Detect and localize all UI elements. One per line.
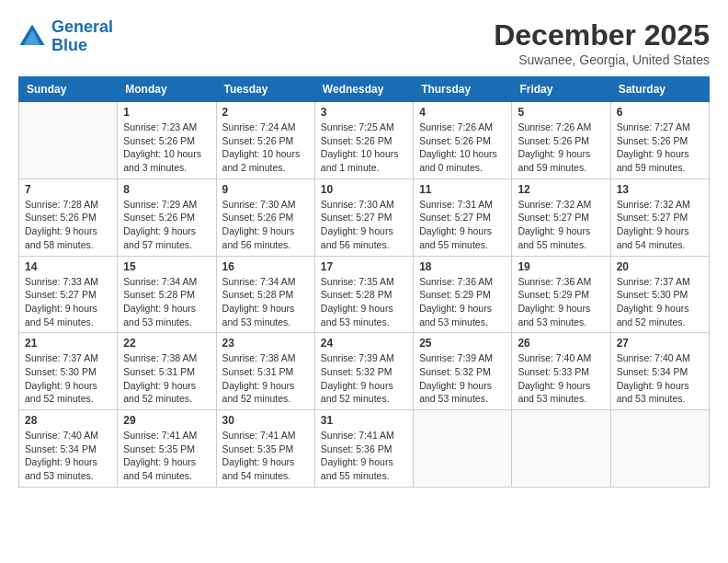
logo-text: General Blue <box>51 18 113 55</box>
calendar-cell: 23 Sunrise: 7:38 AM Sunset: 5:31 PM Dayl… <box>216 333 314 410</box>
calendar-cell: 1 Sunrise: 7:23 AM Sunset: 5:26 PM Dayli… <box>118 102 216 179</box>
day-info: Sunrise: 7:40 AM Sunset: 5:33 PM Dayligh… <box>518 351 604 406</box>
weekday-header-tuesday: Tuesday <box>216 77 314 102</box>
week-row-0: 1 Sunrise: 7:23 AM Sunset: 5:26 PM Dayli… <box>19 102 710 179</box>
day-info: Sunrise: 7:35 AM Sunset: 5:28 PM Dayligh… <box>321 275 407 329</box>
week-row-2: 14 Sunrise: 7:33 AM Sunset: 5:27 PM Dayl… <box>19 256 710 333</box>
day-info: Sunrise: 7:39 AM Sunset: 5:32 PM Dayligh… <box>419 351 506 406</box>
day-number: 18 <box>419 260 506 273</box>
sunset-time: Sunset: 5:28 PM <box>123 289 195 300</box>
day-number: 10 <box>321 183 407 196</box>
day-number: 17 <box>321 260 407 273</box>
sunset-time: Sunset: 5:31 PM <box>123 366 195 377</box>
sunrise-time: Sunrise: 7:23 AM <box>123 121 197 132</box>
sunset-time: Sunset: 5:29 PM <box>518 289 589 300</box>
sunset-time: Sunset: 5:27 PM <box>321 212 392 223</box>
sunset-time: Sunset: 5:26 PM <box>617 135 688 146</box>
daylight-hours: Daylight: 9 hours and 53 minutes. <box>518 380 590 405</box>
day-info: Sunrise: 7:41 AM Sunset: 5:35 PM Dayligh… <box>222 429 309 483</box>
calendar-cell: 3 Sunrise: 7:25 AM Sunset: 5:26 PM Dayli… <box>314 102 413 179</box>
calendar-cell: 19 Sunrise: 7:36 AM Sunset: 5:29 PM Dayl… <box>512 256 610 333</box>
sunrise-time: Sunrise: 7:26 AM <box>518 121 591 132</box>
sunset-time: Sunset: 5:27 PM <box>617 212 688 223</box>
sunrise-time: Sunrise: 7:32 AM <box>617 199 690 210</box>
sunset-time: Sunset: 5:26 PM <box>222 135 294 146</box>
calendar-cell <box>610 410 709 488</box>
day-number: 14 <box>25 260 111 273</box>
day-number: 9 <box>222 183 309 196</box>
day-number: 5 <box>518 106 604 119</box>
calendar-cell: 6 Sunrise: 7:27 AM Sunset: 5:26 PM Dayli… <box>610 102 709 179</box>
sunrise-time: Sunrise: 7:36 AM <box>518 276 591 287</box>
calendar-cell: 16 Sunrise: 7:34 AM Sunset: 5:28 PM Dayl… <box>216 256 314 333</box>
sunrise-time: Sunrise: 7:41 AM <box>222 430 296 441</box>
sunrise-time: Sunrise: 7:29 AM <box>123 199 197 210</box>
day-number: 3 <box>321 106 407 119</box>
weekday-header-saturday: Saturday <box>610 77 709 102</box>
calendar-cell: 11 Sunrise: 7:31 AM Sunset: 5:27 PM Dayl… <box>414 178 512 256</box>
calendar-table: SundayMondayTuesdayWednesdayThursdayFrid… <box>18 76 710 488</box>
sunrise-time: Sunrise: 7:36 AM <box>419 276 493 287</box>
calendar-cell <box>512 410 610 488</box>
sunrise-time: Sunrise: 7:25 AM <box>321 121 394 132</box>
calendar-cell: 31 Sunrise: 7:41 AM Sunset: 5:36 PM Dayl… <box>314 410 413 488</box>
logo: General Blue <box>18 18 113 55</box>
sunset-time: Sunset: 5:26 PM <box>222 212 294 223</box>
daylight-hours: Daylight: 9 hours and 53 minutes. <box>25 456 97 481</box>
calendar-cell: 26 Sunrise: 7:40 AM Sunset: 5:33 PM Dayl… <box>512 333 610 410</box>
day-info: Sunrise: 7:34 AM Sunset: 5:28 PM Dayligh… <box>222 275 309 329</box>
sunrise-time: Sunrise: 7:39 AM <box>419 352 493 363</box>
day-info: Sunrise: 7:36 AM Sunset: 5:29 PM Dayligh… <box>518 275 604 329</box>
daylight-hours: Daylight: 9 hours and 53 minutes. <box>222 303 295 327</box>
day-number: 12 <box>518 183 604 196</box>
sunrise-time: Sunrise: 7:33 AM <box>25 276 98 287</box>
day-info: Sunrise: 7:26 AM Sunset: 5:26 PM Dayligh… <box>419 121 506 175</box>
sunset-time: Sunset: 5:30 PM <box>617 289 688 300</box>
day-info: Sunrise: 7:37 AM Sunset: 5:30 PM Dayligh… <box>617 275 703 329</box>
sunset-time: Sunset: 5:34 PM <box>617 366 688 377</box>
day-number: 4 <box>419 106 506 119</box>
day-number: 6 <box>617 106 703 119</box>
calendar-cell: 25 Sunrise: 7:39 AM Sunset: 5:32 PM Dayl… <box>414 333 512 410</box>
day-info: Sunrise: 7:32 AM Sunset: 5:27 PM Dayligh… <box>617 198 703 252</box>
sunrise-time: Sunrise: 7:35 AM <box>321 276 394 287</box>
calendar-cell: 15 Sunrise: 7:34 AM Sunset: 5:28 PM Dayl… <box>118 256 216 333</box>
calendar-cell: 14 Sunrise: 7:33 AM Sunset: 5:27 PM Dayl… <box>19 256 118 333</box>
day-info: Sunrise: 7:28 AM Sunset: 5:26 PM Dayligh… <box>25 198 111 252</box>
day-info: Sunrise: 7:37 AM Sunset: 5:30 PM Dayligh… <box>25 351 111 406</box>
calendar-cell <box>414 410 512 488</box>
logo-icon <box>18 23 46 51</box>
day-number: 23 <box>222 337 309 350</box>
day-number: 28 <box>25 414 111 427</box>
day-info: Sunrise: 7:38 AM Sunset: 5:31 PM Dayligh… <box>123 351 210 406</box>
calendar-header: SundayMondayTuesdayWednesdayThursdayFrid… <box>19 77 710 102</box>
daylight-hours: Daylight: 9 hours and 53 minutes. <box>518 303 590 327</box>
daylight-hours: Daylight: 9 hours and 54 minutes. <box>222 456 295 481</box>
sunrise-time: Sunrise: 7:41 AM <box>123 430 197 441</box>
day-info: Sunrise: 7:25 AM Sunset: 5:26 PM Dayligh… <box>321 121 407 175</box>
day-number: 24 <box>321 337 407 350</box>
weekday-header-monday: Monday <box>118 77 216 102</box>
day-info: Sunrise: 7:40 AM Sunset: 5:34 PM Dayligh… <box>25 429 111 483</box>
calendar-cell: 4 Sunrise: 7:26 AM Sunset: 5:26 PM Dayli… <box>414 102 512 179</box>
week-row-1: 7 Sunrise: 7:28 AM Sunset: 5:26 PM Dayli… <box>19 178 710 256</box>
sunrise-time: Sunrise: 7:40 AM <box>617 352 690 363</box>
calendar-cell: 7 Sunrise: 7:28 AM Sunset: 5:26 PM Dayli… <box>19 178 118 256</box>
day-number: 15 <box>123 260 210 273</box>
day-number: 16 <box>222 260 309 273</box>
day-number: 29 <box>123 414 210 427</box>
day-info: Sunrise: 7:30 AM Sunset: 5:26 PM Dayligh… <box>222 198 309 252</box>
daylight-hours: Daylight: 9 hours and 59 minutes. <box>518 148 590 173</box>
sunset-time: Sunset: 5:35 PM <box>222 443 294 454</box>
weekday-row: SundayMondayTuesdayWednesdayThursdayFrid… <box>19 77 710 102</box>
calendar-cell: 13 Sunrise: 7:32 AM Sunset: 5:27 PM Dayl… <box>610 178 709 256</box>
day-info: Sunrise: 7:24 AM Sunset: 5:26 PM Dayligh… <box>222 121 309 175</box>
calendar-cell: 18 Sunrise: 7:36 AM Sunset: 5:29 PM Dayl… <box>414 256 512 333</box>
sunset-time: Sunset: 5:27 PM <box>419 212 491 223</box>
sunset-time: Sunset: 5:32 PM <box>321 366 392 377</box>
sunset-time: Sunset: 5:28 PM <box>222 289 294 300</box>
daylight-hours: Daylight: 9 hours and 53 minutes. <box>123 303 196 327</box>
day-number: 19 <box>518 260 604 273</box>
sunset-time: Sunset: 5:28 PM <box>321 289 392 300</box>
day-number: 21 <box>25 337 111 350</box>
